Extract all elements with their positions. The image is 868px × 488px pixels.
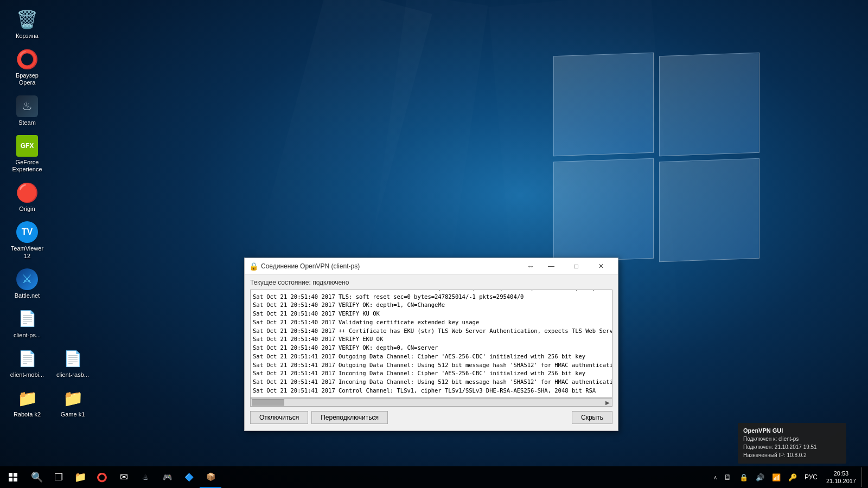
icon-game-k1-label: Game k1 [61,411,85,418]
icon-opera[interactable]: ⭕ Браузер Opera [5,45,49,89]
task-view-button[interactable]: ❐ [48,466,69,488]
svg-rect-0 [9,473,12,477]
log-line-6: Sat Oct 21 20:51:40 2017 TLS: soft reset… [253,293,610,301]
log-line-13: Sat Oct 21 20:51:41 2017 Outgoing Data C… [253,352,610,361]
windows-logo-graphic [542,43,770,271]
tray-wifi-icon[interactable]: 📶 [769,467,784,487]
hide-button[interactable]: Скрыть [572,411,612,424]
language-button[interactable]: РУС [801,466,821,488]
battlenet-icon: ⚔ [16,268,38,290]
horizontal-scrollbar[interactable]: ▶ [250,398,612,407]
disconnect-button[interactable]: Отключиться [250,411,308,424]
search-button[interactable]: 🔍 [26,466,48,488]
svg-rect-2 [9,478,12,481]
log-line-15: Sat Oct 21 20:51:41 2017 Incoming Data C… [253,369,610,378]
notification-title: OpenVPN GUI [743,427,841,434]
client-rasb-icon: 📄 [62,348,84,369]
show-desktop-button[interactable] [861,467,866,487]
openvpn-window: 🔒 Соединение OpenVPN (client-ps) ↔ — □ ✕… [244,258,618,431]
tray-openvpn-icon[interactable]: 🔑 [785,467,800,487]
taskbar-email[interactable]: ✉ [113,466,135,488]
log-line-9: Sat Oct 21 20:51:40 2017 Validating cert… [253,318,610,327]
log-line-14: Sat Oct 21 20:51:41 2017 Outgoing Data C… [253,361,610,370]
log-line-17: Sat Oct 21 20:51:41 2017 Control Channel… [253,387,610,395]
taskbar-opera[interactable]: ⭕ [91,466,113,488]
icon-battlenet[interactable]: ⚔ Battle.net [5,265,49,303]
icon-korzina[interactable]: 🗑️ Корзина [5,5,49,43]
steam-icon: ♨ [16,95,38,117]
tray-volume-icon[interactable]: 🔊 [752,467,768,487]
icon-origin-label: Origin [19,206,35,213]
close-button[interactable]: ✕ [589,258,614,274]
taskbar: 🔍 ❐ 📁 ⭕ ✉ ♨ 🎮 🔷 📦 ∧ 🖥 🔒 🔊 📶 🔑 РУС 20:53 … [0,466,868,488]
openvpn-titlebar[interactable]: 🔒 Соединение OpenVPN (client-ps) ↔ — □ ✕ [245,258,618,274]
folder-game-icon: 📁 [62,387,84,409]
clock-date: 21.10.2017 [826,477,856,485]
taskbar-game1[interactable]: 🎮 [156,466,178,488]
log-line-12: Sat Oct 21 20:51:40 2017 VERIFY OK: dept… [253,344,610,352]
log-line-10: Sat Oct 21 20:51:40 2017 ++ Certificate … [253,327,610,336]
status-label: Текущее состояние: подключено [250,279,612,286]
trash-icon: 🗑️ [16,9,38,30]
icon-steam[interactable]: ♨ Steam [5,92,49,130]
start-button[interactable] [0,466,26,488]
openvpn-body: Текущее состояние: подключено Sat Oct 21… [245,274,618,431]
taskbar-steam[interactable]: ♨ [135,466,156,488]
icon-client-ps[interactable]: 📄 client-ps... [5,305,49,342]
icon-geforce[interactable]: GFX GeForce Experience [5,132,49,176]
clock-time: 20:53 [834,470,849,477]
minimize-button[interactable]: — [539,258,564,274]
icon-battlenet-label: Battle.net [15,292,40,299]
window-footer: Отключиться Переподключиться Скрыть [250,411,612,426]
resize-icon[interactable]: ↔ [522,258,539,274]
taskbar-file-explorer[interactable]: 📁 [69,466,91,488]
icon-client-ps-label: client-ps... [14,332,41,339]
svg-rect-1 [14,473,17,477]
icon-client-mobi[interactable]: 📄 client-mobi... [5,344,49,382]
client-ps-icon: 📄 [16,308,38,330]
origin-icon: 🔴 [16,182,38,203]
icon-game-k1[interactable]: 📁 Game k1 [51,384,94,421]
openvpn-title-text: Соединение OpenVPN (client-ps) [261,262,522,270]
teamviewer-icon: TV [16,221,38,243]
icon-teamviewer[interactable]: TV TeamViewer 12 [5,218,49,262]
icon-client-rasb-label: client-rasb... [56,371,89,378]
taskbar-openvpn[interactable]: 📦 [200,466,221,488]
geforce-icon: GFX [16,135,38,157]
desktop-icons: 🗑️ Корзина ⭕ Браузер Opera ♨ Steam GFX G… [5,5,94,421]
reconnect-button[interactable]: Переподключиться [311,411,388,424]
window-controls: — □ ✕ [539,258,614,274]
taskbar-game2[interactable]: 🔷 [178,466,200,488]
opera-icon: ⭕ [16,48,38,70]
folder-rabota-icon: 📁 [16,387,38,409]
scrollbar-thumb [252,399,284,406]
log-area[interactable]: Sat Oct 21 19:51:46 2017 Route addition … [250,290,612,398]
notification-line3: Назначенный IP: 10.8.0.2 [743,451,841,459]
scroll-right-btn[interactable]: ▶ [603,400,612,406]
svg-rect-3 [14,478,17,481]
notification-line2: Подключен: 21.10.2017 19:51 [743,443,841,451]
client-mobi-icon: 📄 [16,348,38,369]
system-notification: OpenVPN GUI Подключен к: client-ps Подкл… [738,423,846,464]
footer-left-buttons: Отключиться Переподключиться [250,411,388,424]
icon-geforce-label: GeForce Experience [8,159,47,173]
icon-rabota-k2[interactable]: 📁 Rabota k2 [5,384,49,421]
icon-opera-label: Браузер Opera [8,72,47,86]
log-line-8: Sat Oct 21 20:51:40 2017 VERIFY KU OK [253,310,610,318]
log-line-11: Sat Oct 21 20:51:40 2017 VERIFY EKU OK [253,335,610,344]
notification-line1: Подключен к: client-ps [743,435,841,443]
openvpn-title-icon: 🔒 [249,262,258,271]
taskbar-clock[interactable]: 20:53 21.10.2017 [822,466,860,488]
icon-korzina-label: Корзина [16,33,39,40]
tray-expand-button[interactable]: ∧ [712,467,719,487]
log-line-16: Sat Oct 21 20:51:41 2017 Incoming Data C… [253,378,610,387]
icon-steam-label: Steam [18,119,36,126]
icon-teamviewer-label: TeamViewer 12 [8,245,47,259]
icon-client-rasb[interactable]: 📄 client-rasb... [51,344,94,382]
tray-network-icon[interactable]: 🖥 [720,467,735,487]
system-tray: ∧ 🖥 🔒 🔊 📶 🔑 РУС 20:53 21.10.2017 [710,466,868,488]
desktop: 🗑️ Корзина ⭕ Браузер Opera ♨ Steam GFX G… [0,0,868,488]
maximize-button[interactable]: □ [564,258,589,274]
tray-vpn-icon[interactable]: 🔒 [736,467,751,487]
icon-origin[interactable]: 🔴 Origin [5,178,49,216]
